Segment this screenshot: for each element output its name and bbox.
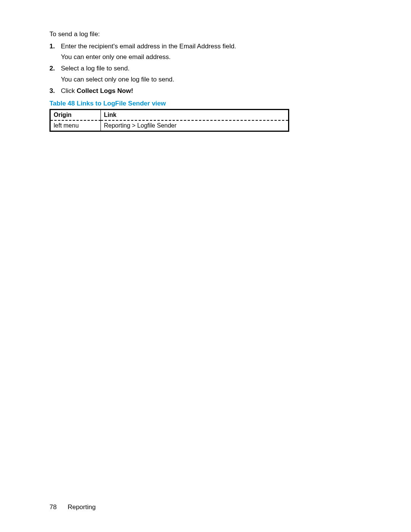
cell-origin: left menu <box>50 120 101 131</box>
page-footer: 78 Reporting <box>49 503 96 511</box>
table-caption: Table 48 Links to LogFile Sender view <box>49 100 365 107</box>
header-link: Link <box>101 110 289 121</box>
step-number: 3. <box>49 86 55 96</box>
steps-list: 1. Enter the recipient's email address i… <box>49 42 365 96</box>
step-text-prefix: Click <box>61 87 77 94</box>
step-number: 1. <box>49 42 55 51</box>
step-subtext: You can select only one log file to send… <box>61 75 365 85</box>
header-origin: Origin <box>50 110 101 121</box>
step-text: Enter the recipient's email address in t… <box>61 43 236 50</box>
step-subtext: You can enter only one email address. <box>61 52 365 62</box>
step-1: 1. Enter the recipient's email address i… <box>49 42 365 62</box>
table-row: left menu Reporting > Logfile Sender <box>50 120 289 131</box>
step-number: 2. <box>49 64 55 73</box>
page-number: 78 <box>49 503 57 511</box>
step-3: 3. Click Collect Logs Now! <box>49 86 365 96</box>
cell-link: Reporting > Logfile Sender <box>101 120 289 131</box>
step-text: Select a log file to send. <box>61 65 130 72</box>
intro-text: To send a log file: <box>49 29 365 39</box>
links-table: Origin Link left menu Reporting > Logfil… <box>49 109 289 132</box>
page-content: To send a log file: 1. Enter the recipie… <box>0 0 411 132</box>
table-header-row: Origin Link <box>50 110 289 121</box>
step-text-bold: Collect Logs Now! <box>77 87 133 94</box>
step-2: 2. Select a log file to send. You can se… <box>49 64 365 85</box>
footer-section: Reporting <box>68 503 96 511</box>
